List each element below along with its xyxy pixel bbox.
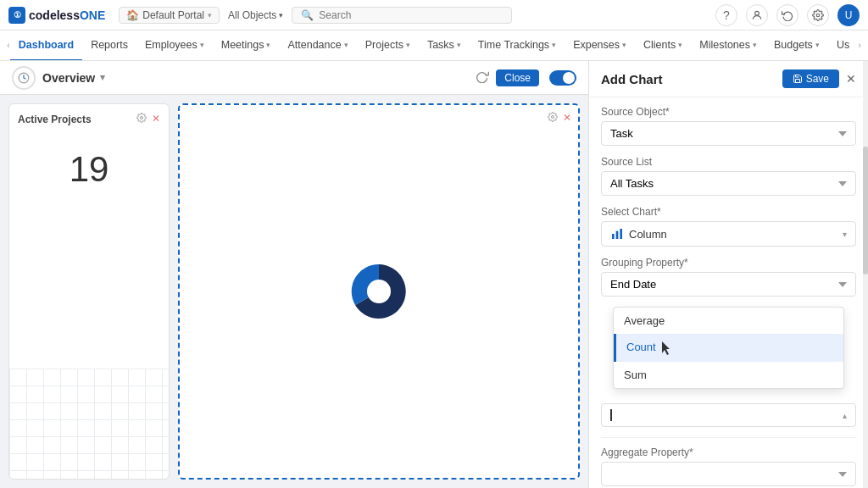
nav-tasks-label: Tasks <box>427 39 454 51</box>
overview-header-right: Close <box>476 69 576 86</box>
save-label: Save <box>806 73 829 85</box>
save-button[interactable]: Save <box>782 69 839 88</box>
panel-scrollbar-thumb <box>863 147 868 274</box>
nav-item-tasks[interactable]: Tasks ▾ <box>419 30 470 61</box>
search-input[interactable] <box>319 9 503 21</box>
nav-item-dashboard[interactable]: Dashboard <box>10 30 82 61</box>
users-icon-button[interactable] <box>746 4 768 26</box>
nav-expenses-label: Expenses <box>573 39 620 51</box>
svg-rect-6 <box>612 234 615 239</box>
nav-item-reports[interactable]: Reports <box>82 30 136 61</box>
nav-employees-label: Employees <box>145 39 198 51</box>
active-projects-value: 19 <box>18 132 160 207</box>
aggregate-property-label: Aggregate Property* <box>601 446 856 458</box>
chart-settings-icon[interactable] <box>548 112 558 125</box>
logo-text: codelessONE <box>29 8 105 22</box>
nav-item-expenses[interactable]: Expenses ▾ <box>565 30 635 61</box>
settings-icon-button[interactable] <box>807 4 829 26</box>
nav-item-projects[interactable]: Projects ▾ <box>357 30 419 61</box>
employees-caret-icon: ▾ <box>200 41 204 49</box>
grouping-property-label: Grouping Property* <box>601 257 856 269</box>
nav-right-arrow[interactable]: › <box>858 30 861 61</box>
overview-toggle[interactable] <box>549 70 576 86</box>
aggregate-dropdown-container: Average Count Sum <box>601 307 856 400</box>
widget-settings-icon[interactable] <box>136 113 147 125</box>
source-object-label: Source Object* <box>601 106 856 118</box>
source-list-group: Source List All Tasks <box>601 156 856 196</box>
source-object-group: Source Object* Task <box>601 106 856 146</box>
nav-item-employees[interactable]: Employees ▾ <box>136 30 213 61</box>
aggregate-input-field[interactable]: ▴ <box>601 403 856 427</box>
avatar-button[interactable]: U <box>837 4 860 26</box>
panel-close-button[interactable]: ✕ <box>846 72 856 86</box>
select-chart-label: Select Chart* <box>601 206 856 218</box>
widget-grid-background <box>9 369 169 479</box>
nav-meetings-label: Meetings <box>221 39 264 51</box>
aggregate-property-select[interactable] <box>601 462 856 486</box>
nav-item-attendance[interactable]: Attendance ▾ <box>279 30 356 61</box>
expenses-caret-icon: ▾ <box>622 41 626 49</box>
nav-us-label: Us <box>837 39 849 51</box>
all-objects-dropdown[interactable]: All Objects ▾ <box>228 9 283 21</box>
widget-actions: ✕ <box>136 113 160 125</box>
select-chart-control[interactable]: Column ▾ <box>601 221 856 247</box>
nav-bar: ‹ Dashboard Reports Employees ▾ Meetings… <box>0 30 868 61</box>
projects-caret-icon: ▾ <box>406 41 410 49</box>
meetings-caret-icon: ▾ <box>266 41 270 49</box>
nav-item-clients[interactable]: Clients ▾ <box>635 30 691 61</box>
widget-remove-icon[interactable]: ✕ <box>152 113 160 125</box>
svg-point-4 <box>552 116 554 119</box>
panel-body: Source Object* Task Source List All Task… <box>589 97 868 488</box>
clients-caret-icon: ▾ <box>678 41 682 49</box>
portal-button[interactable]: 🏠 Default Portal ▾ <box>119 7 220 24</box>
overview-title[interactable]: Overview ▾ <box>42 71 105 85</box>
pie-chart <box>348 261 409 322</box>
all-objects-caret: ▾ <box>279 11 283 19</box>
top-bar: ① codelessONE 🏠 Default Portal ▾ All Obj… <box>0 0 868 30</box>
add-chart-panel: Add Chart Save ✕ Source Object* Task <box>588 61 868 488</box>
grouping-property-select[interactable]: End Date <box>601 272 856 297</box>
active-projects-widget: Active Projects ✕ 19 <box>8 103 170 480</box>
history-icon-button[interactable] <box>776 4 798 26</box>
search-icon: 🔍 <box>301 9 314 21</box>
aggregate-dropdown: Average Count Sum <box>613 307 844 389</box>
dashboard-area: Overview ▾ Close Active Projects <box>0 61 588 488</box>
search-bar[interactable]: 🔍 <box>292 7 512 24</box>
nav-item-time-trackings[interactable]: Time Trackings ▾ <box>470 30 565 61</box>
portal-label: Default Portal <box>142 9 204 21</box>
tasks-caret-icon: ▾ <box>457 41 461 49</box>
dropdown-item-average[interactable]: Average <box>614 308 843 334</box>
content-area: Overview ▾ Close Active Projects <box>0 61 868 488</box>
nav-reports-label: Reports <box>91 39 128 51</box>
svg-rect-7 <box>616 231 619 239</box>
overview-header: Overview ▾ Close <box>0 61 588 95</box>
chart-widget: ✕ <box>178 103 580 480</box>
chart-remove-icon[interactable]: ✕ <box>563 112 571 125</box>
cursor-indicator <box>662 341 672 355</box>
help-icon-button[interactable]: ? <box>715 4 737 26</box>
chart-widget-tools: ✕ <box>548 112 571 125</box>
aggregate-collapse-icon[interactable]: ▴ <box>843 411 847 420</box>
svg-point-3 <box>141 117 143 119</box>
dropdown-item-sum[interactable]: Sum <box>614 362 843 388</box>
close-toggle-button[interactable]: Close <box>496 69 539 86</box>
source-object-select[interactable]: Task <box>601 121 856 146</box>
milestones-caret-icon: ▾ <box>753 41 757 49</box>
overview-label: Overview <box>42 71 95 85</box>
all-objects-label: All Objects <box>228 9 276 21</box>
dashboard-grid: Active Projects ✕ 19 ✕ <box>0 95 588 488</box>
panel-scrollbar[interactable] <box>863 61 868 488</box>
nav-clients-label: Clients <box>643 39 676 51</box>
nav-projects-label: Projects <box>365 39 403 51</box>
text-cursor <box>610 409 612 421</box>
dropdown-item-count[interactable]: Count <box>614 334 843 362</box>
nav-item-us[interactable]: Us <box>828 30 858 61</box>
nav-item-budgets[interactable]: Budgets ▾ <box>765 30 828 61</box>
refresh-button[interactable] <box>476 69 489 86</box>
nav-attendance-label: Attendance <box>287 39 341 51</box>
source-list-select[interactable]: All Tasks <box>601 171 856 196</box>
panel-header: Add Chart Save ✕ <box>589 61 868 97</box>
nav-item-milestones[interactable]: Milestones ▾ <box>691 30 765 61</box>
select-chart-caret-icon: ▾ <box>843 230 847 239</box>
nav-item-meetings[interactable]: Meetings ▾ <box>213 30 280 61</box>
